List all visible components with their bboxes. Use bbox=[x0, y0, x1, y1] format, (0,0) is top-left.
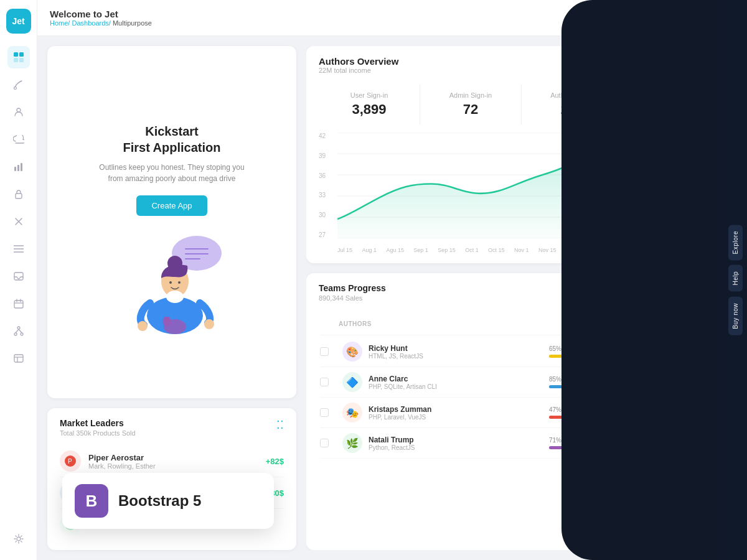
dark-mode-toggle[interactable]: 🌙 bbox=[669, 9, 686, 27]
piper-name: Piper Aerostar bbox=[88, 453, 258, 462]
user-signin-value: 3,899 bbox=[327, 101, 411, 118]
sidebar-item-close[interactable] bbox=[7, 210, 30, 233]
market-leaders-title: Market Leaders bbox=[60, 418, 136, 428]
svg-rect-31 bbox=[590, 17, 591, 21]
table-row: 🎨 Ricky Hunt HTML, JS, ReactJS 65% bbox=[320, 337, 723, 367]
natali-view-button[interactable]: View bbox=[693, 437, 723, 449]
svg-rect-25 bbox=[14, 355, 23, 362]
chart-y-labels: 42 39 36 33 30 27 bbox=[319, 133, 326, 238]
ricky-progress-label: 65% bbox=[549, 345, 674, 352]
search-icon[interactable] bbox=[570, 12, 580, 24]
svg-text:P: P bbox=[68, 458, 72, 465]
anne-tech: PHP, SQLite, Artisan CLI bbox=[369, 383, 437, 390]
svg-rect-16 bbox=[14, 301, 23, 308]
natali-progress-bar bbox=[549, 446, 674, 449]
kristaps-progress-label: 47% bbox=[549, 406, 674, 413]
help-button[interactable]: Help bbox=[728, 265, 743, 292]
kristaps-name: Kristaps Zumman bbox=[369, 405, 431, 414]
kickstart-description: Outlines keep you honest. They stoping y… bbox=[91, 162, 253, 184]
row-check-3[interactable] bbox=[320, 408, 342, 417]
failed-attempts-value: 6 bbox=[632, 101, 716, 118]
svg-rect-43 bbox=[654, 18, 657, 21]
svg-rect-42 bbox=[649, 18, 652, 21]
chart-area: 42 39 36 33 30 27 bbox=[319, 133, 725, 257]
piper-icon: P bbox=[60, 450, 81, 472]
sidebar-item-calendar[interactable] bbox=[7, 292, 30, 315]
svg-point-36 bbox=[615, 16, 617, 17]
sidebar-item-structure[interactable] bbox=[7, 320, 30, 342]
svg-point-57 bbox=[169, 281, 172, 284]
svg-point-44 bbox=[702, 12, 705, 15]
svg-line-30 bbox=[577, 19, 580, 21]
authors-title: Authors Overview bbox=[319, 56, 398, 67]
svg-line-79 bbox=[688, 298, 690, 300]
progress-col-header: PROGRESS bbox=[574, 318, 674, 331]
svg-rect-40 bbox=[649, 14, 652, 17]
market-leaders-subtitle: Total 350k Products Sold bbox=[60, 429, 136, 437]
bootstrap-icon: B bbox=[75, 484, 108, 518]
svg-point-59 bbox=[166, 291, 184, 303]
chart-canvas bbox=[337, 133, 725, 238]
bootstrap-text: Bootstrap 5 bbox=[118, 492, 201, 510]
sidebar-item-settings[interactable] bbox=[7, 528, 30, 550]
sidebar: Jet bbox=[0, 0, 37, 560]
svg-rect-2 bbox=[14, 58, 18, 62]
grid-toggle-icon[interactable] bbox=[646, 9, 660, 27]
header-icons: 🌙 bbox=[570, 7, 735, 29]
svg-point-56 bbox=[167, 256, 182, 271]
ricky-avatar: 🎨 bbox=[342, 342, 362, 362]
ricky-view-button[interactable]: View bbox=[693, 345, 723, 358]
filter-30days[interactable]: 30 Days bbox=[566, 56, 603, 68]
kickstart-title: KickstartFirst Application bbox=[123, 123, 220, 156]
svg-line-23 bbox=[16, 329, 19, 333]
author-signin-stat: Author Sign-in 291 bbox=[522, 84, 623, 125]
chart-x-labels: Jul 15 Aug 1 Agu 15 Sep 1 Sep 15 Oct 1 O… bbox=[337, 243, 725, 257]
market-more-icon[interactable]: ⁚⁚ bbox=[276, 418, 284, 432]
filter-oct2020[interactable]: Oct 2020 bbox=[652, 56, 693, 68]
anne-view-button[interactable]: View bbox=[693, 376, 723, 388]
all-users-filter[interactable]: All Users bbox=[619, 289, 670, 304]
sidebar-item-lock[interactable] bbox=[7, 183, 30, 205]
sidebar-item-chart[interactable] bbox=[7, 156, 30, 178]
notification-icon[interactable] bbox=[695, 12, 705, 24]
teams-title: Teams Progress bbox=[319, 283, 386, 293]
row-check-4[interactable] bbox=[320, 439, 342, 447]
sidebar-item-inbox[interactable] bbox=[7, 265, 30, 287]
kristaps-view-button[interactable]: View bbox=[693, 406, 723, 419]
filter-sep2020[interactable]: Sep 2020 bbox=[607, 56, 649, 68]
user-signin-label: User Sign-in bbox=[327, 91, 411, 99]
authors-col-header: AUTHORS bbox=[339, 318, 574, 331]
anne-name: Anne Clarc bbox=[369, 375, 437, 383]
filter-more[interactable]: More bbox=[697, 56, 725, 68]
row-check-1[interactable] bbox=[320, 347, 342, 356]
sidebar-item-cloud[interactable] bbox=[7, 128, 30, 151]
svg-rect-6 bbox=[14, 167, 16, 171]
create-app-button[interactable]: Create App bbox=[136, 195, 207, 216]
sidebar-item-user[interactable] bbox=[7, 101, 30, 123]
search-button[interactable]: Search bbox=[675, 289, 725, 304]
teams-progress-card: Teams Progress 890,344 Sales All Users S… bbox=[306, 273, 737, 550]
right-column: Authors Overview 22M total income 30 Day… bbox=[306, 46, 737, 550]
bar-chart-icon[interactable] bbox=[589, 12, 599, 24]
sidebar-logo[interactable]: Jet bbox=[6, 9, 31, 34]
svg-rect-0 bbox=[14, 52, 18, 57]
table-header: AUTHORS PROGRESS ACTION bbox=[320, 314, 723, 335]
svg-rect-8 bbox=[21, 163, 22, 171]
buy-now-button[interactable]: Buy now bbox=[728, 297, 743, 335]
admin-signin-stat: Admin Sign-in 72 bbox=[420, 84, 522, 125]
kristaps-tech: PHP, Laravel, VueJS bbox=[369, 414, 431, 421]
search-icon bbox=[684, 293, 691, 301]
svg-rect-9 bbox=[16, 194, 22, 198]
explore-button[interactable]: Explore bbox=[728, 225, 743, 260]
sidebar-item-layout[interactable] bbox=[7, 347, 30, 370]
sidebar-item-list[interactable] bbox=[7, 238, 30, 260]
dots-icon[interactable] bbox=[608, 12, 618, 24]
menu-icon[interactable] bbox=[626, 12, 637, 24]
svg-rect-33 bbox=[596, 12, 598, 21]
stats-row: User Sign-in 3,899 Admin Sign-in 72 Auth… bbox=[319, 84, 725, 125]
sidebar-item-grid[interactable] bbox=[7, 46, 30, 68]
row-check-2[interactable] bbox=[320, 378, 342, 386]
natali-progress-label: 71% bbox=[549, 437, 674, 444]
sidebar-item-brush[interactable] bbox=[7, 73, 30, 96]
svg-point-60 bbox=[138, 321, 148, 331]
